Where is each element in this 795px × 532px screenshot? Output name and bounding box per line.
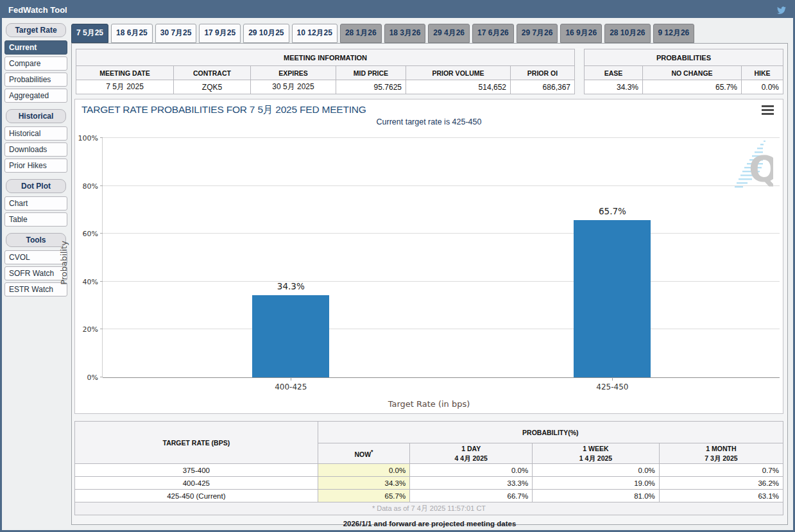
prior-volume-value: 514,652 bbox=[406, 80, 511, 94]
col-header-mid-price: MID PRICE bbox=[336, 66, 406, 80]
day-probability-cell: 0.0% bbox=[410, 464, 533, 477]
tab-meeting-date[interactable]: 17 6月26 bbox=[472, 24, 514, 43]
week-probability-cell: 19.0% bbox=[533, 477, 660, 490]
hike-value: 0.0% bbox=[742, 80, 783, 94]
day-probability-cell: 66.7% bbox=[410, 490, 533, 502]
quikstrike-watermark-icon: Q bbox=[733, 140, 773, 193]
meeting-info-title: MEETING INFORMATION bbox=[76, 49, 575, 66]
bar-group-400-425: 34.3% bbox=[252, 138, 329, 377]
y-tick-label: 100% bbox=[78, 134, 98, 142]
probability-bar bbox=[574, 220, 651, 377]
x-category-label: 400-425 bbox=[275, 382, 307, 391]
y-tick-label: 80% bbox=[83, 182, 98, 190]
chart-subtitle: Current target rate is 425-450 bbox=[75, 117, 783, 126]
sidebar-item-prior-hikes[interactable]: Prior Hikes bbox=[4, 159, 67, 173]
target-rate-cell: 375-400 bbox=[75, 464, 318, 477]
ease-value: 34.3% bbox=[585, 80, 643, 94]
tab-meeting-date[interactable]: 18 6月25 bbox=[111, 24, 153, 43]
sidebar-item-historical[interactable]: Historical bbox=[4, 126, 67, 141]
group-header-probability: PROBABILITY(%) bbox=[318, 422, 783, 443]
twitter-icon[interactable] bbox=[776, 6, 787, 15]
now-probability-cell: 65.7% bbox=[318, 490, 410, 502]
tab-meeting-date[interactable]: 29 10月25 bbox=[243, 24, 289, 43]
col-header-1-week: 1 WEEK1 4月 2025 bbox=[533, 443, 660, 464]
probabilities-summary-table: PROBABILITIES EASE NO CHANGE HIKE 34.3% … bbox=[584, 49, 783, 94]
tab-meeting-date[interactable]: 7 5月25 bbox=[71, 24, 108, 43]
sidebar-item-sofr-watch[interactable]: SOFR Watch bbox=[4, 266, 67, 280]
table-row: 375-400 0.0% 0.0% 0.0% 0.7% bbox=[75, 464, 783, 477]
hamburger-menu-icon[interactable] bbox=[762, 105, 774, 117]
sidebar-header-target-rate: Target Rate bbox=[6, 23, 66, 37]
col-header-1-month: 1 MONTH7 3月 2025 bbox=[659, 443, 783, 464]
probabilities-title: PROBABILITIES bbox=[585, 49, 783, 66]
probability-bar bbox=[252, 295, 329, 377]
tab-meeting-date[interactable]: 9 12月26 bbox=[653, 24, 695, 43]
footnote-asterisk: * bbox=[371, 449, 373, 455]
tab-meeting-date[interactable]: 29 7月26 bbox=[517, 24, 558, 43]
sidebar-item-chart[interactable]: Chart bbox=[4, 196, 67, 210]
x-axis-label: Target Rate (in bps) bbox=[75, 399, 783, 409]
y-tick bbox=[100, 233, 103, 234]
col-header-prior-volume: PRIOR VOLUME bbox=[406, 66, 511, 80]
gridline bbox=[103, 137, 780, 138]
col-header-hike: HIKE bbox=[742, 66, 783, 80]
bar-group-425-450: 65.7% bbox=[574, 138, 651, 377]
data-as-of-footnote: * Data as of 7 4月 2025 11:57:01 CT bbox=[75, 502, 783, 515]
col-header-1-day: 1 DAY4 4月 2025 bbox=[410, 443, 533, 464]
tab-meeting-date[interactable]: 29 4月26 bbox=[428, 24, 470, 43]
bar-value-label: 34.3% bbox=[252, 281, 329, 291]
tab-meeting-date[interactable]: 18 3月26 bbox=[384, 24, 426, 43]
svg-text:Q: Q bbox=[749, 148, 773, 189]
target-rate-cell: 425-450 (Current) bbox=[75, 490, 318, 502]
col-header-no-change: NO CHANGE bbox=[643, 66, 742, 80]
tab-meeting-date[interactable]: 28 1月26 bbox=[340, 24, 382, 43]
week-probability-cell: 81.0% bbox=[533, 490, 660, 502]
col-header-now: NOW* bbox=[318, 443, 410, 464]
col-header-ease: EASE bbox=[585, 66, 643, 80]
gridline bbox=[103, 233, 780, 234]
gridline bbox=[103, 281, 780, 282]
tab-meeting-date[interactable]: 10 12月25 bbox=[292, 24, 338, 43]
summary-tables: MEETING INFORMATION MEETING DATE CONTRAC… bbox=[76, 49, 783, 94]
sidebar-item-aggregated[interactable]: Aggregated bbox=[4, 89, 67, 103]
sidebar-item-cvol[interactable]: CVOL bbox=[4, 250, 67, 264]
x-category-label: 425-450 bbox=[596, 382, 628, 391]
probability-detail-table: TARGET RATE (BPS) PROBABILITY(%) NOW* 1 … bbox=[74, 421, 783, 515]
y-tick-label: 0% bbox=[87, 373, 98, 382]
sidebar-item-probabilities[interactable]: Probabilities bbox=[4, 73, 67, 87]
sidebar: Target Rate Current Compare Probabilitie… bbox=[4, 23, 67, 298]
tab-meeting-date[interactable]: 16 9月26 bbox=[560, 24, 602, 43]
col-header-target-rate-bps: TARGET RATE (BPS) bbox=[75, 422, 318, 464]
chart-title: TARGET RATE PROBABILITIES FOR 7 5月 2025 … bbox=[81, 103, 366, 117]
col-header-expires: EXPIRES bbox=[251, 66, 336, 80]
app-title: FedWatch Tool bbox=[8, 5, 67, 15]
gridline bbox=[103, 185, 780, 186]
content-panel: MEETING INFORMATION MEETING DATE CONTRAC… bbox=[71, 43, 788, 525]
prior-oi-value: 686,367 bbox=[511, 80, 575, 94]
expires-value: 30 5月 2025 bbox=[251, 80, 336, 94]
sidebar-item-compare[interactable]: Compare bbox=[4, 56, 67, 71]
tab-meeting-date[interactable]: 30 7月25 bbox=[155, 24, 197, 43]
col-header-meeting-date: MEETING DATE bbox=[76, 66, 174, 80]
sidebar-header-dot-plot: Dot Plot bbox=[6, 179, 66, 193]
y-tick-label: 20% bbox=[83, 325, 98, 334]
no-change-value: 65.7% bbox=[643, 80, 742, 94]
sidebar-item-estr-watch[interactable]: ESTR Watch bbox=[4, 282, 67, 296]
tab-meeting-date[interactable]: 28 10月26 bbox=[604, 24, 650, 43]
fedwatch-tool-window: FedWatch Tool Target Rate Current Compar… bbox=[0, 0, 795, 532]
sidebar-item-downloads[interactable]: Downloads bbox=[4, 142, 67, 157]
tab-meeting-date[interactable]: 17 9月25 bbox=[199, 24, 241, 43]
month-probability-cell: 63.1% bbox=[659, 490, 783, 502]
day-probability-cell: 33.3% bbox=[410, 477, 533, 490]
y-tick bbox=[100, 281, 103, 282]
col-header-prior-oi: PRIOR OI bbox=[511, 66, 575, 80]
sidebar-header-tools: Tools bbox=[6, 233, 66, 247]
x-tick bbox=[291, 377, 291, 381]
sidebar-item-table[interactable]: Table bbox=[4, 212, 67, 227]
table-row: 425-450 (Current) 65.7% 66.7% 81.0% 63.1… bbox=[75, 490, 783, 502]
sidebar-item-current[interactable]: Current bbox=[4, 40, 67, 55]
meeting-date-tabs: 7 5月25 18 6月25 30 7月25 17 9月25 29 10月25 … bbox=[71, 24, 788, 43]
meeting-information-table: MEETING INFORMATION MEETING DATE CONTRAC… bbox=[76, 49, 575, 94]
y-axis-label: Probability bbox=[59, 241, 69, 285]
title-bar: FedWatch Tool bbox=[2, 2, 793, 18]
